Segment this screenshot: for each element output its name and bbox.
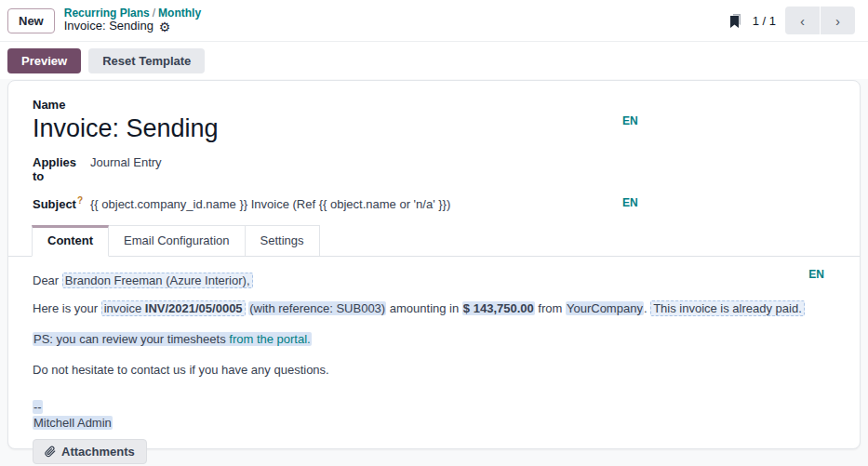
gear-icon[interactable]: ⚙ [159, 20, 171, 33]
body-lang-badge[interactable]: EN [808, 268, 824, 281]
body-paragraph-ps: PS: you can review your timesheets from … [33, 330, 835, 348]
chevron-left-icon[interactable]: ‹ [785, 7, 820, 34]
form-sheet: Name Invoice: Sending EN Applies to Jour… [7, 80, 861, 449]
new-button[interactable]: New [7, 8, 55, 33]
portal-link[interactable]: from the portal. [229, 332, 310, 346]
tab-email-configuration[interactable]: Email Configuration [109, 225, 245, 256]
help-icon[interactable]: ? [77, 195, 83, 206]
attachments-button[interactable]: Attachments [33, 439, 147, 464]
breadcrumb-current: Invoice: Sending [64, 20, 154, 33]
action-band: Preview Reset Template [0, 42, 868, 79]
applies-to-label: Applies to [33, 155, 90, 183]
email-body-editor[interactable]: EN Dear Brandon Freeman (Azure Interior)… [8, 257, 860, 464]
placeholder-company[interactable]: YourCompany [566, 301, 644, 315]
top-navbar: New Recurring Plans/Monthly Invoice: Sen… [0, 0, 868, 42]
subject-lang-badge[interactable]: EN [622, 196, 638, 209]
placeholder-paid-notice[interactable]: This invoice is already paid. [650, 300, 805, 316]
notebook-tabs: Content Email Configuration Settings [8, 225, 860, 257]
breadcrumb-recurring-plans[interactable]: Recurring Plans [64, 7, 150, 20]
breadcrumb-separator: / [150, 7, 158, 20]
placeholder-invoice-number[interactable]: invoice INV/2021/05/0005 [101, 300, 246, 316]
name-lang-badge[interactable]: EN [622, 114, 638, 127]
reset-template-button[interactable]: Reset Template [88, 48, 205, 73]
placeholder-amount[interactable]: $ 143,750.00 [462, 301, 535, 315]
paperclip-icon [45, 446, 56, 458]
preview-button[interactable]: Preview [7, 48, 81, 73]
placeholder-signature-name[interactable]: Mitchell Admin [33, 416, 113, 430]
tab-content[interactable]: Content [32, 225, 109, 257]
body-paragraph-invoice: Here is your invoice INV/2021/05/0005 (w… [33, 300, 835, 317]
placeholder-reference[interactable]: (with reference: SUB003) [248, 301, 386, 315]
pager: ‹ › [785, 7, 855, 34]
body-paragraph-closing: Do not hesitate to contact us if you hav… [33, 361, 835, 379]
subject-input[interactable]: {{ object.company_id.name }} Invoice (Re… [90, 197, 450, 211]
chevron-right-icon[interactable]: › [821, 7, 855, 34]
applies-to-value[interactable]: Journal Entry [90, 155, 162, 169]
bookmark-icon[interactable] [728, 13, 743, 29]
breadcrumb: Recurring Plans/Monthly Invoice: Sending… [64, 7, 201, 34]
subject-label: Subject? [33, 195, 90, 211]
tab-settings[interactable]: Settings [246, 225, 320, 256]
placeholder-ps[interactable]: PS: you can review your timesheets from … [33, 332, 312, 346]
name-label: Name [33, 98, 835, 112]
name-input[interactable]: Invoice: Sending [33, 114, 835, 143]
placeholder-signature-dashes[interactable]: -- [33, 400, 43, 414]
pager-count[interactable]: 1 / 1 [753, 14, 776, 28]
placeholder-recipient[interactable]: Brandon Freeman (Azure Interior), [62, 273, 253, 288]
breadcrumb-monthly[interactable]: Monthly [158, 7, 201, 20]
signature-block: -- Mitchell Admin [33, 399, 835, 431]
body-paragraph-greeting: Dear Brandon Freeman (Azure Interior), [33, 272, 835, 289]
